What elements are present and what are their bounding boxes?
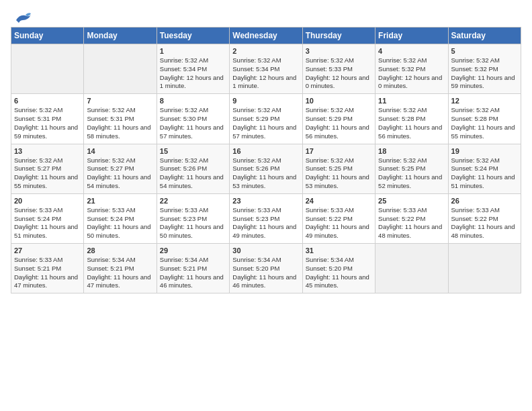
day-number: 15 <box>160 147 226 155</box>
day-number: 2 <box>232 47 299 55</box>
header-row: SundayMondayTuesdayWednesdayThursdayFrid… <box>11 28 521 44</box>
day-cell: 23Sunrise: 5:33 AMSunset: 5:23 PMDayligh… <box>230 193 302 243</box>
day-number: 10 <box>306 97 372 105</box>
day-info: Sunrise: 5:33 AMSunset: 5:21 PMDaylight:… <box>14 256 78 289</box>
logo <box>11 11 32 21</box>
header-day-saturday: Saturday <box>448 28 521 44</box>
day-info: Sunrise: 5:32 AMSunset: 5:34 PMDaylight:… <box>160 56 224 89</box>
day-number: 18 <box>378 147 445 155</box>
header-day-tuesday: Tuesday <box>157 28 229 44</box>
week-row-0: 1Sunrise: 5:32 AMSunset: 5:34 PMDaylight… <box>11 44 521 94</box>
header-day-monday: Monday <box>84 28 157 44</box>
day-info: Sunrise: 5:32 AMSunset: 5:26 PMDaylight:… <box>160 156 224 189</box>
day-info: Sunrise: 5:34 AMSunset: 5:20 PMDaylight:… <box>232 256 296 289</box>
day-cell <box>11 44 84 94</box>
day-number: 11 <box>378 97 445 105</box>
day-info: Sunrise: 5:32 AMSunset: 5:32 PMDaylight:… <box>451 56 515 89</box>
day-info: Sunrise: 5:34 AMSunset: 5:20 PMDaylight:… <box>306 256 369 289</box>
header-day-friday: Friday <box>375 28 448 44</box>
day-number: 20 <box>14 197 81 205</box>
day-cell: 8Sunrise: 5:32 AMSunset: 5:30 PMDaylight… <box>157 94 229 144</box>
day-info: Sunrise: 5:32 AMSunset: 5:30 PMDaylight:… <box>160 106 224 139</box>
day-info: Sunrise: 5:33 AMSunset: 5:24 PMDaylight:… <box>14 206 78 239</box>
day-cell: 24Sunrise: 5:33 AMSunset: 5:22 PMDayligh… <box>302 193 375 243</box>
day-number: 30 <box>232 246 299 255</box>
day-cell: 20Sunrise: 5:33 AMSunset: 5:24 PMDayligh… <box>11 193 84 243</box>
header-day-thursday: Thursday <box>302 28 375 44</box>
day-info: Sunrise: 5:32 AMSunset: 5:31 PMDaylight:… <box>14 106 78 139</box>
day-number: 17 <box>306 147 372 155</box>
day-cell: 12Sunrise: 5:32 AMSunset: 5:28 PMDayligh… <box>448 94 521 144</box>
day-info: Sunrise: 5:32 AMSunset: 5:25 PMDaylight:… <box>306 156 369 189</box>
calendar-table: SundayMondayTuesdayWednesdayThursdayFrid… <box>11 27 521 293</box>
day-number: 25 <box>378 197 445 205</box>
day-number: 3 <box>306 47 372 55</box>
day-info: Sunrise: 5:33 AMSunset: 5:22 PMDaylight:… <box>306 206 369 239</box>
day-info: Sunrise: 5:34 AMSunset: 5:21 PMDaylight:… <box>87 256 150 289</box>
logo-bird-icon <box>13 11 32 24</box>
day-number: 22 <box>160 197 226 205</box>
day-cell: 1Sunrise: 5:32 AMSunset: 5:34 PMDaylight… <box>157 44 229 94</box>
day-number: 19 <box>451 147 518 155</box>
day-cell: 10Sunrise: 5:32 AMSunset: 5:29 PMDayligh… <box>302 94 375 144</box>
week-row-2: 13Sunrise: 5:32 AMSunset: 5:27 PMDayligh… <box>11 144 521 193</box>
page-header <box>11 11 521 21</box>
day-cell <box>375 244 448 293</box>
calendar-body: 1Sunrise: 5:32 AMSunset: 5:34 PMDaylight… <box>11 44 521 293</box>
day-info: Sunrise: 5:32 AMSunset: 5:25 PMDaylight:… <box>378 156 442 189</box>
day-info: Sunrise: 5:33 AMSunset: 5:23 PMDaylight:… <box>232 206 296 239</box>
day-cell: 19Sunrise: 5:32 AMSunset: 5:24 PMDayligh… <box>448 144 521 193</box>
day-info: Sunrise: 5:33 AMSunset: 5:22 PMDaylight:… <box>451 206 515 239</box>
day-number: 13 <box>14 147 81 155</box>
day-cell: 11Sunrise: 5:32 AMSunset: 5:28 PMDayligh… <box>375 94 448 144</box>
calendar-header: SundayMondayTuesdayWednesdayThursdayFrid… <box>11 28 521 44</box>
day-number: 29 <box>160 246 226 255</box>
day-number: 5 <box>451 47 518 55</box>
day-info: Sunrise: 5:32 AMSunset: 5:29 PMDaylight:… <box>232 106 296 139</box>
day-number: 21 <box>87 197 153 205</box>
day-cell: 13Sunrise: 5:32 AMSunset: 5:27 PMDayligh… <box>11 144 84 193</box>
day-cell: 3Sunrise: 5:32 AMSunset: 5:33 PMDaylight… <box>302 44 375 94</box>
day-cell: 17Sunrise: 5:32 AMSunset: 5:25 PMDayligh… <box>302 144 375 193</box>
day-cell: 16Sunrise: 5:32 AMSunset: 5:26 PMDayligh… <box>230 144 302 193</box>
day-cell: 2Sunrise: 5:32 AMSunset: 5:34 PMDaylight… <box>230 44 302 94</box>
header-day-wednesday: Wednesday <box>230 28 302 44</box>
day-number: 1 <box>160 47 226 55</box>
day-cell: 22Sunrise: 5:33 AMSunset: 5:23 PMDayligh… <box>157 193 229 243</box>
day-cell: 15Sunrise: 5:32 AMSunset: 5:26 PMDayligh… <box>157 144 229 193</box>
day-cell: 18Sunrise: 5:32 AMSunset: 5:25 PMDayligh… <box>375 144 448 193</box>
day-cell: 21Sunrise: 5:33 AMSunset: 5:24 PMDayligh… <box>84 193 157 243</box>
day-cell: 31Sunrise: 5:34 AMSunset: 5:20 PMDayligh… <box>302 244 375 293</box>
day-info: Sunrise: 5:32 AMSunset: 5:24 PMDaylight:… <box>451 156 515 189</box>
day-number: 14 <box>87 147 153 155</box>
day-cell: 27Sunrise: 5:33 AMSunset: 5:21 PMDayligh… <box>11 244 84 293</box>
day-number: 7 <box>87 97 153 105</box>
day-number: 4 <box>378 47 445 55</box>
day-cell: 25Sunrise: 5:33 AMSunset: 5:22 PMDayligh… <box>375 193 448 243</box>
day-number: 24 <box>306 197 372 205</box>
day-info: Sunrise: 5:32 AMSunset: 5:27 PMDaylight:… <box>14 156 78 189</box>
day-number: 16 <box>232 147 299 155</box>
week-row-3: 20Sunrise: 5:33 AMSunset: 5:24 PMDayligh… <box>11 193 521 243</box>
week-row-1: 6Sunrise: 5:32 AMSunset: 5:31 PMDaylight… <box>11 94 521 144</box>
day-number: 23 <box>232 197 299 205</box>
day-number: 8 <box>160 97 226 105</box>
day-info: Sunrise: 5:34 AMSunset: 5:21 PMDaylight:… <box>160 256 224 289</box>
day-info: Sunrise: 5:33 AMSunset: 5:22 PMDaylight:… <box>378 206 442 239</box>
day-cell: 29Sunrise: 5:34 AMSunset: 5:21 PMDayligh… <box>157 244 229 293</box>
day-info: Sunrise: 5:33 AMSunset: 5:23 PMDaylight:… <box>160 206 224 239</box>
day-cell: 4Sunrise: 5:32 AMSunset: 5:32 PMDaylight… <box>375 44 448 94</box>
day-cell: 26Sunrise: 5:33 AMSunset: 5:22 PMDayligh… <box>448 193 521 243</box>
day-number: 26 <box>451 197 518 205</box>
day-cell: 30Sunrise: 5:34 AMSunset: 5:20 PMDayligh… <box>230 244 302 293</box>
day-cell <box>84 44 157 94</box>
day-cell: 6Sunrise: 5:32 AMSunset: 5:31 PMDaylight… <box>11 94 84 144</box>
day-cell: 9Sunrise: 5:32 AMSunset: 5:29 PMDaylight… <box>230 94 302 144</box>
day-info: Sunrise: 5:33 AMSunset: 5:24 PMDaylight:… <box>87 206 150 239</box>
day-number: 31 <box>306 246 372 255</box>
day-info: Sunrise: 5:32 AMSunset: 5:34 PMDaylight:… <box>232 56 296 89</box>
day-info: Sunrise: 5:32 AMSunset: 5:33 PMDaylight:… <box>306 56 369 89</box>
week-row-4: 27Sunrise: 5:33 AMSunset: 5:21 PMDayligh… <box>11 244 521 293</box>
day-cell: 5Sunrise: 5:32 AMSunset: 5:32 PMDaylight… <box>448 44 521 94</box>
day-cell <box>448 244 521 293</box>
